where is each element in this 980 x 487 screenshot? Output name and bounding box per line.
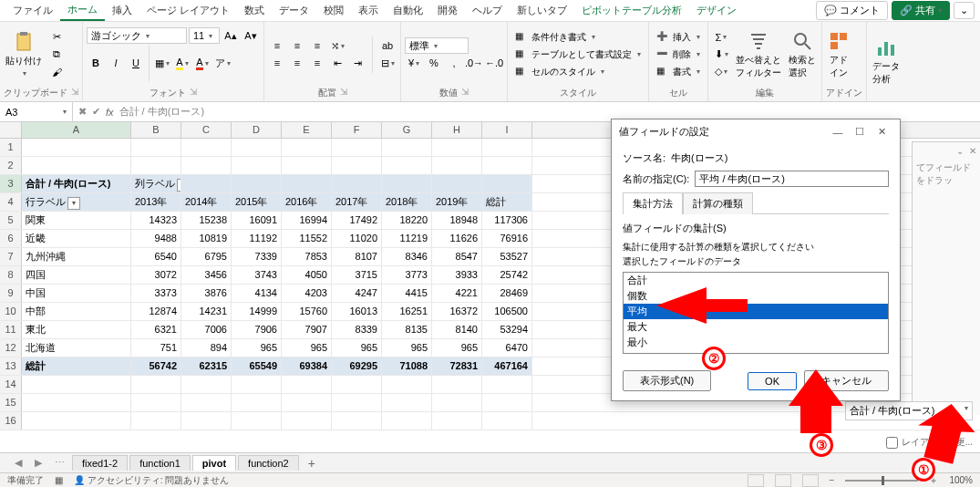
row-header[interactable]: 12 <box>0 339 22 357</box>
menu-pivot-design[interactable]: デザイン <box>689 1 744 20</box>
cell[interactable]: 11219 <box>382 230 432 247</box>
cell[interactable]: 965 <box>232 339 282 357</box>
cell[interactable]: 6795 <box>181 248 232 265</box>
cell[interactable]: 965 <box>432 339 482 357</box>
font-name-combo[interactable]: 游ゴシック▾ <box>87 27 187 44</box>
cell[interactable] <box>332 139 382 156</box>
opt-count[interactable]: 個数 <box>624 288 888 304</box>
cell[interactable]: 9488 <box>131 230 181 247</box>
col-header-E[interactable]: E <box>282 122 332 138</box>
row-header[interactable]: 3 <box>0 175 22 192</box>
menu-formulas[interactable]: 数式 <box>237 1 272 20</box>
menu-home[interactable]: ホーム <box>60 0 105 21</box>
clipboard-launcher-icon[interactable]: ⇲ <box>71 87 78 99</box>
col-header-A[interactable]: A <box>22 122 131 138</box>
cell[interactable]: 7006 <box>181 321 232 338</box>
cell[interactable]: 12874 <box>131 303 181 320</box>
cell[interactable]: 53294 <box>482 321 532 338</box>
merge-button[interactable]: ⊟▾ <box>378 55 397 71</box>
cell[interactable]: 3456 <box>181 266 232 284</box>
cell[interactable]: 71088 <box>382 357 432 375</box>
opt-product[interactable]: 積 <box>624 350 888 354</box>
fill-button[interactable]: ⬇▾ <box>712 47 730 63</box>
cell[interactable] <box>282 139 332 156</box>
format-cells-button[interactable]: ▦書式▾ <box>653 65 704 79</box>
col-header-G[interactable]: G <box>382 122 432 138</box>
cell[interactable] <box>432 175 482 192</box>
italic-button[interactable]: I <box>107 55 125 71</box>
format-painter-button[interactable]: 🖌 <box>47 64 66 80</box>
cell[interactable]: 列ラベル▾ <box>131 175 181 192</box>
cell[interactable]: 56742 <box>131 357 181 375</box>
indent-inc-button[interactable]: ⇥ <box>348 55 366 71</box>
font-color-button[interactable]: A▾ <box>193 55 211 71</box>
wrap-text-button[interactable]: ab <box>378 37 397 54</box>
cell[interactable]: 8107 <box>332 248 382 265</box>
cell[interactable] <box>432 139 482 156</box>
menu-pivot-analyze[interactable]: ピボットテーブル分析 <box>574 1 689 20</box>
custom-name-input[interactable] <box>695 171 889 187</box>
cell[interactable] <box>332 157 382 174</box>
dec-decimal-button[interactable]: ←.0 <box>485 55 503 71</box>
cell[interactable]: 3876 <box>181 285 232 302</box>
cell[interactable]: 965 <box>282 339 332 357</box>
cell[interactable]: 16013 <box>332 303 382 320</box>
cell[interactable]: 3743 <box>232 266 282 284</box>
cell[interactable]: 8547 <box>432 248 482 265</box>
cell[interactable]: 行ラベル▾ <box>22 193 131 211</box>
cell[interactable]: 8339 <box>332 321 382 338</box>
col-header-F[interactable]: F <box>332 122 382 138</box>
sheet-nav-prev[interactable]: ◀ <box>9 457 27 469</box>
summarize-function-listbox[interactable]: 合計 個数 平均 最大 最小 積 <box>623 272 889 354</box>
cell[interactable] <box>131 157 181 174</box>
cell[interactable]: 6470 <box>482 339 532 357</box>
autosum-button[interactable]: Σ▾ <box>712 29 730 46</box>
menu-pagelayout[interactable]: ページ レイアウト <box>139 1 237 20</box>
sheet-nav-more[interactable]: ⋯ <box>49 457 70 469</box>
cell[interactable] <box>131 139 181 156</box>
phonetic-button[interactable]: ア▾ <box>213 55 232 71</box>
clear-button[interactable]: ◇▾ <box>712 64 730 80</box>
format-as-table-button[interactable]: ▦テーブルとして書式設定▾ <box>511 47 645 62</box>
row-header[interactable]: 2 <box>0 157 22 174</box>
cell[interactable]: 14323 <box>131 212 181 229</box>
cell[interactable]: 2019年 <box>432 193 482 211</box>
view-normal-button[interactable] <box>748 474 764 487</box>
cell[interactable]: 18220 <box>382 212 432 229</box>
addins-button[interactable]: アド イン <box>826 28 851 81</box>
cell[interactable] <box>382 376 432 393</box>
cell[interactable] <box>232 394 282 411</box>
cell[interactable]: 東北 <box>22 321 131 338</box>
cell[interactable] <box>432 394 482 411</box>
comma-button[interactable]: , <box>445 55 463 71</box>
cell[interactable]: 2016年 <box>282 193 332 211</box>
orientation-button[interactable]: ⤭▾ <box>328 37 346 54</box>
cell[interactable]: 九州沖縄 <box>22 248 131 265</box>
cell[interactable] <box>482 376 532 393</box>
row-header[interactable]: 4 <box>0 193 22 211</box>
zoom-out-button[interactable]: − <box>830 475 835 485</box>
cell[interactable] <box>131 394 181 411</box>
row-header[interactable]: 6 <box>0 230 22 247</box>
cell[interactable]: 14231 <box>181 303 232 320</box>
cell[interactable]: 4134 <box>232 285 282 302</box>
number-format-button[interactable]: 表示形式(N) <box>623 370 711 391</box>
number-launcher-icon[interactable]: ⇲ <box>461 87 469 99</box>
delete-cells-button[interactable]: ➖削除▾ <box>653 47 704 62</box>
align-top-button[interactable]: ≡ <box>268 37 286 54</box>
copy-button[interactable]: ⧉ <box>47 47 66 63</box>
row-header[interactable]: 7 <box>0 248 22 265</box>
pane-chevron-icon[interactable]: ⌄ <box>956 146 964 156</box>
cell[interactable]: 69384 <box>282 357 332 375</box>
cell[interactable] <box>382 412 432 430</box>
cell[interactable] <box>22 376 131 393</box>
cell[interactable] <box>181 139 232 156</box>
view-pagelayout-button[interactable] <box>775 474 791 487</box>
opt-average[interactable]: 平均 <box>624 304 888 319</box>
cell[interactable]: 3773 <box>382 266 432 284</box>
fx-icon[interactable]: fx <box>106 107 114 118</box>
cell[interactable]: 2018年 <box>382 193 432 211</box>
cell[interactable]: 8135 <box>382 321 432 338</box>
currency-button[interactable]: ¥▾ <box>405 55 423 71</box>
menu-view[interactable]: 表示 <box>351 1 386 20</box>
